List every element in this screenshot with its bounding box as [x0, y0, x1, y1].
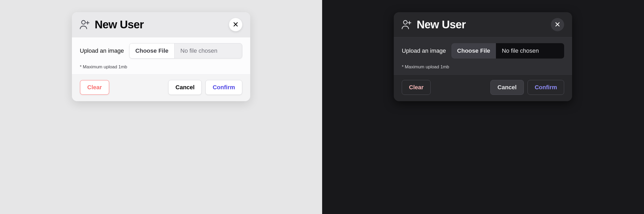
confirm-button[interactable]: Confirm: [528, 80, 564, 95]
upload-row: Upload an image Choose File No file chos…: [80, 43, 242, 59]
dark-theme-panel: New User Upload an image Choose File No …: [322, 0, 644, 214]
svg-point-5: [404, 20, 407, 24]
page-title: New User: [95, 18, 144, 31]
card-header: New User: [72, 12, 250, 37]
clear-button[interactable]: Clear: [402, 80, 431, 95]
svg-point-0: [81, 20, 85, 24]
cancel-button[interactable]: Cancel: [490, 80, 524, 95]
card-header: New User: [394, 12, 572, 37]
card-body: Upload an image Choose File No file chos…: [394, 37, 572, 74]
user-plus-icon: [401, 19, 412, 30]
close-icon: [233, 21, 239, 28]
file-picker: Choose File No file chosen: [451, 43, 564, 59]
file-status-text: No file chosen: [496, 43, 564, 59]
upload-label: Upload an image: [80, 47, 124, 54]
upload-hint: * Maximum upload 1mb: [402, 64, 564, 70]
light-theme-panel: New User Upload an image Choose File No …: [0, 0, 322, 214]
card-body: Upload an image Choose File No file chos…: [72, 37, 250, 74]
choose-file-button[interactable]: Choose File: [451, 43, 496, 59]
choose-file-button[interactable]: Choose File: [129, 43, 175, 58]
card-footer: Clear Cancel Confirm: [72, 74, 250, 101]
confirm-button[interactable]: Confirm: [205, 80, 242, 95]
new-user-card: New User Upload an image Choose File No …: [72, 12, 250, 101]
file-status-text: No file chosen: [175, 43, 242, 58]
upload-label: Upload an image: [402, 47, 446, 54]
upload-row: Upload an image Choose File No file chos…: [402, 43, 564, 59]
page-title: New User: [417, 18, 466, 31]
upload-hint: * Maximum upload 1mb: [80, 64, 242, 70]
cancel-button[interactable]: Cancel: [168, 80, 202, 95]
close-button[interactable]: [229, 18, 242, 31]
clear-button[interactable]: Clear: [80, 80, 109, 95]
close-icon: [555, 21, 560, 28]
new-user-card: New User Upload an image Choose File No …: [394, 12, 572, 101]
user-plus-icon: [79, 19, 90, 30]
file-picker: Choose File No file chosen: [129, 43, 242, 59]
close-button[interactable]: [551, 18, 564, 31]
card-footer: Clear Cancel Confirm: [394, 74, 572, 101]
